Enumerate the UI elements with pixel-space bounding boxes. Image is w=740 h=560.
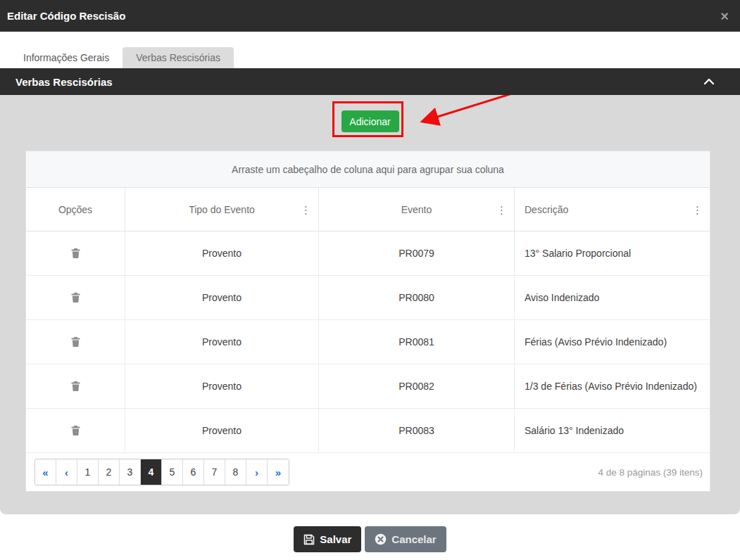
tab-label: Informações Gerais — [23, 52, 109, 63]
trash-icon — [71, 426, 80, 435]
data-grid: Arraste um cabeçalho de coluna aqui para… — [25, 151, 710, 492]
row-descricao-cell: Férias (Aviso Prévio Indenizado) — [515, 320, 710, 364]
row-tipo-cell: Provento — [125, 276, 319, 319]
tab-informacoes-gerais[interactable]: Informações Gerais — [10, 47, 123, 68]
cancel-icon — [375, 533, 387, 545]
column-header-tipo-do-evento[interactable]: Tipo do Evento ⋮ — [125, 188, 319, 231]
table-row: Provento PR0082 1/3 de Férias (Aviso Pré… — [26, 364, 710, 409]
pager-page-7[interactable]: 7 — [204, 459, 225, 485]
panel-content: Adicionar Arraste um cabeçalho de coluna… — [0, 95, 740, 514]
table-row: Provento PR0079 13° Salario Proporcional — [26, 231, 710, 276]
panel-header[interactable]: Verbas Rescisórias — [0, 68, 740, 95]
grid-pager-row: « ‹ 1 2 3 4 5 6 7 8 › » 4 de 8 páginas (… — [26, 453, 710, 491]
grid-group-drop-area[interactable]: Arraste um cabeçalho de coluna aqui para… — [26, 151, 710, 188]
pager-first[interactable]: « — [35, 459, 56, 485]
pager-page-5[interactable]: 5 — [162, 459, 183, 485]
column-header-opcoes: Opções — [26, 188, 125, 231]
row-descricao-cell: 13° Salario Proporcional — [515, 231, 710, 275]
row-evento-cell: PR0081 — [319, 320, 515, 364]
row-options-cell — [26, 231, 125, 275]
grid-header-row: Opções Tipo do Evento ⋮ Evento ⋮ Descriç… — [26, 188, 710, 231]
modal-title: Editar Código Rescisão — [7, 10, 125, 22]
chevron-up-icon[interactable] — [703, 78, 715, 85]
row-evento-cell: PR0082 — [319, 364, 515, 408]
column-menu-icon[interactable]: ⋮ — [301, 205, 311, 214]
panel-title: Verbas Rescisórias — [15, 76, 113, 88]
row-descricao-cell: Salário 13° Indenizado — [515, 409, 710, 452]
cancel-button[interactable]: Cancelar — [365, 526, 446, 552]
delete-row-button[interactable] — [70, 380, 82, 393]
save-icon — [303, 534, 315, 545]
row-options-cell — [26, 364, 125, 408]
row-descricao-cell: Aviso Indenizado — [515, 276, 710, 319]
trash-icon — [71, 293, 80, 303]
column-menu-icon[interactable]: ⋮ — [496, 205, 507, 214]
delete-row-button[interactable] — [70, 291, 82, 304]
add-button[interactable]: Adicionar — [341, 110, 399, 132]
modal-footer: Salvar Cancelar — [0, 526, 740, 552]
close-icon[interactable]: × — [720, 9, 729, 23]
table-row: Provento PR0080 Aviso Indenizado — [26, 276, 710, 320]
pager-next[interactable]: › — [246, 459, 268, 485]
row-options-cell — [26, 409, 125, 452]
pager-page-4-active[interactable]: 4 — [141, 459, 162, 485]
save-button[interactable]: Salvar — [294, 526, 361, 552]
column-menu-icon[interactable]: ⋮ — [692, 205, 703, 214]
delete-row-button[interactable] — [70, 336, 82, 348]
pager-page-3[interactable]: 3 — [120, 459, 141, 485]
row-options-cell — [26, 320, 125, 364]
delete-row-button[interactable] — [70, 247, 82, 260]
column-header-evento[interactable]: Evento ⋮ — [319, 188, 515, 231]
pager-page-6[interactable]: 6 — [183, 459, 204, 485]
table-row: Provento PR0083 Salário 13° Indenizado — [26, 409, 710, 453]
pager-last[interactable]: » — [268, 459, 289, 485]
pager-info-text: 4 de 8 páginas (39 itens) — [598, 467, 703, 478]
trash-icon — [71, 381, 80, 391]
group-hint-text: Arraste um cabeçalho de coluna aqui para… — [232, 164, 504, 175]
modal-header: Editar Código Rescisão × — [0, 0, 740, 32]
table-row: Provento PR0081 Férias (Aviso Prévio Ind… — [26, 320, 710, 364]
row-evento-cell: PR0083 — [319, 409, 515, 452]
row-tipo-cell: Provento — [125, 409, 319, 452]
pager: « ‹ 1 2 3 4 5 6 7 8 › » — [35, 459, 289, 485]
row-options-cell — [26, 276, 125, 319]
delete-row-button[interactable] — [70, 424, 82, 437]
column-header-descricao[interactable]: Descrição ⋮ — [515, 188, 710, 231]
row-tipo-cell: Provento — [125, 364, 319, 408]
tab-label: Verbas Rescisórias — [136, 52, 220, 63]
row-evento-cell: PR0079 — [319, 231, 515, 275]
row-evento-cell: PR0080 — [319, 276, 515, 319]
row-tipo-cell: Provento — [125, 231, 319, 275]
pager-prev[interactable]: ‹ — [56, 459, 77, 485]
row-tipo-cell: Provento — [125, 320, 319, 364]
trash-icon — [71, 248, 80, 258]
trash-icon — [71, 337, 80, 347]
toolbar: Adicionar — [0, 95, 740, 132]
pager-page-2[interactable]: 2 — [99, 459, 120, 485]
tab-bar: Informações Gerais Verbas Rescisórias — [0, 32, 740, 68]
tab-verbas-rescisorias[interactable]: Verbas Rescisórias — [123, 47, 234, 68]
row-descricao-cell: 1/3 de Férias (Aviso Prévio Indenizado) — [515, 364, 710, 408]
pager-page-8[interactable]: 8 — [225, 459, 246, 485]
pager-page-1[interactable]: 1 — [77, 459, 99, 485]
